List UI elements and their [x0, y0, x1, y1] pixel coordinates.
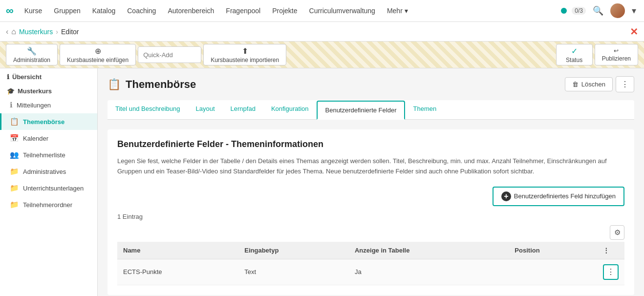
user-menu-chevron-icon[interactable]: ▾ — [630, 3, 638, 18]
info-icon: ℹ — [10, 101, 13, 109]
cell-actions: ⋮ — [597, 259, 624, 285]
sidebar-item-label: Mitteilungen — [17, 102, 51, 109]
nav-projekte[interactable]: Projekte — [267, 5, 302, 17]
toolbar: 🔧 Administration ⊕ Kursbausteine einfüge… — [0, 42, 644, 68]
main-layout: ℹ Übersicht 🎓 Musterkurs ℹ Mitteilungen … — [0, 68, 644, 296]
folder-icon: 📁 — [10, 167, 19, 176]
clipboard-icon: 📋 — [10, 117, 19, 126]
sidebar-overview-section: ℹ Übersicht — [0, 68, 97, 83]
sidebar-overview-label[interactable]: Übersicht — [12, 73, 42, 81]
status-label: Status — [566, 57, 582, 63]
breadcrumb-separator: › — [56, 28, 58, 36]
entry-count: 1 Eintrag — [117, 213, 624, 220]
upload-icon: ⬆ — [242, 46, 248, 56]
sidebar-item-themenboerse[interactable]: 📋 Themenbörse — [0, 113, 97, 130]
cell-position — [509, 259, 597, 285]
nav-kurse[interactable]: Kurse — [20, 5, 47, 17]
sidebar-item-label: Kalender — [23, 135, 48, 142]
table-settings-button[interactable]: ⚙ — [610, 225, 624, 240]
nav-counter: 0/3 — [572, 7, 586, 15]
search-icon[interactable]: 🔍 — [591, 3, 605, 18]
sidebar-item-kalender[interactable]: 📅 Kalender — [0, 130, 97, 147]
table-settings-row: ⚙ — [117, 225, 624, 240]
more-options-button[interactable]: ⋮ — [616, 76, 634, 92]
header-actions: 🗑 Löschen ⋮ — [565, 76, 634, 92]
col-name: Name — [117, 242, 238, 259]
content-box: Benutzerdefinierte Felder - Themeninform… — [107, 129, 634, 295]
tab-konfiguration[interactable]: Konfiguration — [263, 100, 317, 119]
folder2-icon: 📁 — [10, 184, 19, 192]
section-title: Benutzerdefinierte Felder - Themeninform… — [117, 139, 624, 149]
page-header: 📋 Themenbörse 🗑 Löschen ⋮ — [107, 76, 634, 92]
page-title-text: Themenbörse — [126, 78, 196, 91]
delete-label: Löschen — [581, 81, 605, 88]
sidebar-item-unterrichtsunterlagen[interactable]: 📁 Unterrichtsunterlagen — [0, 180, 97, 196]
nav-gruppen[interactable]: Gruppen — [49, 5, 85, 17]
publish-button[interactable]: ↩ Publizieren — [595, 44, 638, 65]
sidebar-course-section: 🎓 Musterkurs — [0, 83, 97, 97]
sidebar: ℹ Übersicht 🎓 Musterkurs ℹ Mitteilungen … — [0, 68, 98, 296]
sidebar-item-teilnehmerliste[interactable]: 👥 Teilnehmerliste — [0, 147, 97, 163]
delete-button[interactable]: 🗑 Löschen — [565, 77, 613, 91]
nav-mehr[interactable]: Mehr ▾ — [382, 5, 413, 17]
overview-icon: ℹ — [7, 73, 9, 81]
logo[interactable]: ∞ — [6, 4, 14, 17]
trash-icon: 🗑 — [572, 81, 579, 88]
tab-lernpfad[interactable]: Lernpfad — [223, 100, 263, 119]
cell-anzeige: Ja — [349, 259, 509, 285]
sidebar-item-label: Teilnehmerliste — [23, 151, 65, 159]
nav-fragenpool[interactable]: Fragenpool — [221, 5, 265, 17]
insert-blocks-label: Kursbausteine einfügen — [67, 57, 129, 63]
nav-katalog[interactable]: Katalog — [87, 5, 120, 17]
col-anzeige: Anzeige in Tabelle — [349, 242, 509, 259]
sidebar-item-label: Administratives — [23, 168, 66, 175]
sidebar-item-label: Unterrichtsunterlagen — [23, 185, 84, 192]
breadcrumb-course-link[interactable]: Musterkurs — [19, 28, 53, 36]
col-actions: ⋮ — [597, 242, 624, 259]
sidebar-item-administratives[interactable]: 📁 Administratives — [0, 163, 97, 180]
close-icon[interactable]: ✕ — [630, 26, 638, 38]
administration-label: Administration — [13, 57, 50, 63]
add-field-label: Benutzerdefiniertes Feld hinzufügen — [514, 192, 616, 200]
home-icon[interactable]: ⌂ — [11, 27, 16, 36]
folder3-icon: 📁 — [10, 200, 19, 209]
col-position: Position — [509, 242, 597, 259]
nav-coaching[interactable]: Coaching — [122, 5, 161, 17]
content-area: 📋 Themenbörse 🗑 Löschen ⋮ Titel und Besc… — [98, 68, 644, 296]
nav-autorenbereich[interactable]: Autorenbereich — [163, 5, 219, 17]
sidebar-item-label: Themenbörse — [23, 118, 64, 126]
course-icon: 🎓 — [7, 87, 15, 95]
import-blocks-button[interactable]: ⬆ Kursbausteine importieren — [203, 44, 286, 65]
tabs: Titel und Beschreibung Layout Lernpfad K… — [107, 100, 634, 120]
tab-themen[interactable]: Themen — [405, 100, 444, 119]
row-more-button[interactable]: ⋮ — [603, 264, 619, 280]
calendar-icon: 📅 — [10, 134, 19, 143]
sidebar-course-label[interactable]: Musterkurs — [18, 87, 52, 95]
quick-add-input[interactable] — [138, 46, 201, 63]
description-text: Legen Sie fest, welche Felder in der Tab… — [117, 156, 624, 177]
status-button[interactable]: ✓ Status — [556, 44, 593, 65]
toolbar-right: ✓ Status ↩ Publizieren — [556, 44, 638, 65]
add-field-row: + Benutzerdefiniertes Feld hinzufügen — [117, 187, 624, 206]
checkmark-icon: ✓ — [571, 46, 578, 56]
plus-icon: + — [501, 191, 511, 201]
avatar[interactable] — [610, 3, 625, 18]
back-button[interactable]: ‹ — [6, 27, 8, 36]
data-table: Name Eingabetyp Anzeige in Tabelle Posit… — [117, 242, 624, 285]
publish-label: Publizieren — [602, 55, 631, 62]
tab-layout[interactable]: Layout — [188, 100, 223, 119]
insert-blocks-button[interactable]: ⊕ Kursbausteine einfügen — [60, 44, 136, 65]
sidebar-item-mitteilungen[interactable]: ℹ Mitteilungen — [0, 97, 97, 113]
sidebar-item-teilnehmerordner[interactable]: 📁 Teilnehmerordner — [0, 196, 97, 213]
wrench-icon: 🔧 — [27, 46, 37, 56]
page-title: 📋 Themenbörse — [107, 78, 196, 91]
nav-curriculumverwaltung[interactable]: Curriculumverwaltung — [304, 5, 380, 17]
add-field-button[interactable]: + Benutzerdefiniertes Feld hinzufügen — [493, 187, 624, 206]
administration-button[interactable]: 🔧 Administration — [6, 44, 58, 65]
tab-titel[interactable]: Titel und Beschreibung — [107, 100, 188, 119]
users-icon: 👥 — [10, 150, 19, 159]
cell-name: ECTS-Punkte — [117, 259, 238, 285]
tab-benutzerdefinierte-felder[interactable]: Benutzerdefinierte Felder — [317, 101, 406, 120]
table-header: Name Eingabetyp Anzeige in Tabelle Posit… — [117, 242, 624, 259]
import-blocks-label: Kursbausteine importieren — [211, 57, 279, 63]
